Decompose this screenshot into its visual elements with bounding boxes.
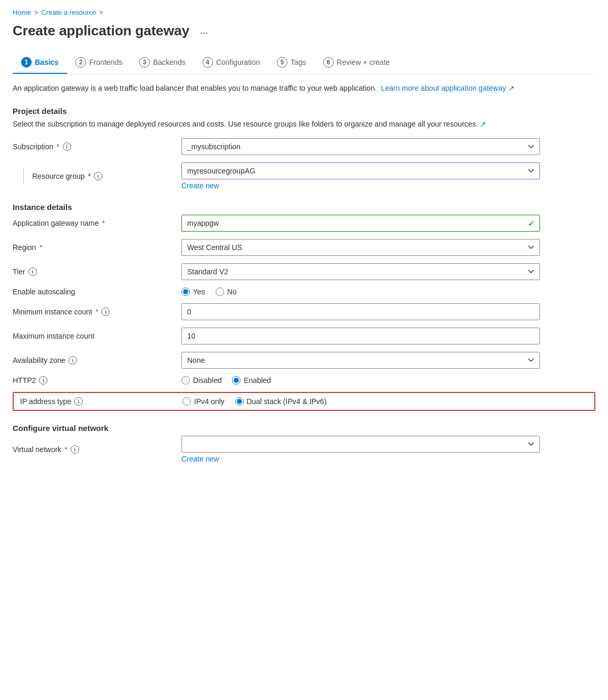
tab-tags[interactable]: 5 Tags [268, 52, 315, 74]
tab-basics-label: Basics [35, 58, 59, 66]
virtual-network-select[interactable] [181, 436, 540, 453]
min-instance-required: * [95, 308, 98, 316]
indent-line [23, 168, 24, 185]
availability-zone-info-icon[interactable]: i [69, 356, 77, 365]
virtual-network-required: * [64, 445, 67, 454]
min-instance-row: Minimum instance count * i [13, 303, 595, 320]
subscription-control: _mysubscription [181, 138, 540, 155]
virtual-network-control: Create new [181, 436, 540, 463]
autoscaling-row: Enable autoscaling Yes No [13, 287, 595, 296]
project-external-link[interactable]: ↗ [480, 120, 486, 128]
resource-group-info-icon[interactable]: i [94, 172, 102, 180]
http2-enabled-radio[interactable] [232, 376, 240, 385]
http2-disabled-radio[interactable] [181, 376, 190, 385]
breadcrumb-create-resource[interactable]: Create a resource [41, 8, 96, 16]
tab-backends-num: 3 [139, 57, 150, 68]
region-required: * [39, 243, 42, 252]
tier-select[interactable]: Standard V2 [181, 263, 540, 280]
tab-frontends-label: Frontends [89, 58, 122, 66]
availability-zone-row: Availability zone i None [13, 352, 595, 369]
tab-basics[interactable]: 1 Basics [13, 52, 67, 74]
availability-zone-select[interactable]: None [181, 352, 540, 369]
tab-review-label: Review + create [337, 58, 390, 66]
instance-details-section: Instance details Application gateway nam… [13, 203, 595, 411]
http2-disabled-option[interactable]: Disabled [181, 376, 221, 385]
autoscaling-no-option[interactable]: No [216, 287, 237, 296]
learn-more-link[interactable]: Learn more about application gateway ↗ [381, 84, 514, 92]
region-select[interactable]: West Central US [181, 239, 540, 256]
project-details-desc: Select the subscription to manage deploy… [13, 119, 595, 130]
app-gateway-name-required: * [102, 219, 104, 227]
app-gateway-name-input[interactable] [181, 215, 540, 232]
subscription-info-icon[interactable]: i [63, 142, 71, 151]
subscription-row: Subscription * i _mysubscription [13, 138, 595, 155]
app-gateway-name-label: Application gateway name * [13, 219, 181, 227]
autoscaling-yes-option[interactable]: Yes [181, 287, 205, 296]
max-instance-row: Maximum instance count [13, 328, 595, 344]
tab-review-num: 6 [323, 57, 334, 68]
tier-info-icon[interactable]: i [28, 267, 37, 276]
page-description: An application gateway is a web traffic … [13, 83, 595, 94]
ip-dual-stack-option[interactable]: Dual stack (IPv4 & IPv6) [235, 397, 327, 406]
max-instance-input[interactable] [181, 328, 540, 344]
page-title-row: Create application gateway ... [13, 23, 595, 39]
virtual-network-row: Virtual network * i Create new [13, 436, 595, 463]
tab-configuration-label: Configuration [216, 58, 260, 66]
ellipsis-button[interactable]: ... [196, 24, 212, 37]
virtual-network-section: Configure virtual network Virtual networ… [13, 424, 595, 463]
http2-row: HTTP2 i Disabled Enabled [13, 376, 595, 385]
breadcrumb-sep2: > [99, 8, 103, 16]
page-title: Create application gateway [13, 23, 189, 39]
breadcrumb-home[interactable]: Home [13, 8, 31, 16]
autoscaling-radio-group: Yes No [181, 287, 540, 296]
tier-label: Tier i [13, 267, 181, 276]
tab-configuration[interactable]: 4 Configuration [194, 52, 268, 74]
tab-frontends-num: 2 [75, 57, 86, 68]
tabs-container: 1 Basics 2 Frontends 3 Backends 4 Config… [13, 52, 595, 74]
ip-address-type-label: IP address type i [20, 397, 182, 406]
tab-backends[interactable]: 3 Backends [131, 52, 194, 74]
resource-group-row: Resource group * i myresourcegroupAG Cre… [13, 162, 595, 190]
region-control: West Central US [181, 239, 540, 256]
min-instance-input[interactable] [181, 303, 540, 320]
breadcrumb-sep1: > [34, 8, 38, 16]
ip-ipv4-only-option[interactable]: IPv4 only [182, 397, 225, 406]
resource-group-select[interactable]: myresourcegroupAG [181, 162, 540, 179]
ip-ipv4-radio[interactable] [182, 397, 191, 406]
instance-details-title: Instance details [13, 203, 595, 212]
autoscaling-no-radio[interactable] [216, 287, 224, 296]
tab-backends-label: Backends [153, 58, 185, 66]
resource-group-required: * [88, 172, 91, 180]
ip-dual-stack-radio[interactable] [235, 397, 244, 406]
project-details-section: Project details Select the subscription … [13, 107, 595, 190]
virtual-network-label: Virtual network * i [13, 445, 181, 454]
subscription-label: Subscription * i [13, 142, 181, 151]
tab-tags-num: 5 [277, 57, 287, 68]
region-label: Region * [13, 243, 181, 252]
subscription-required: * [56, 142, 59, 151]
resource-group-label-area: Resource group * i [13, 168, 181, 185]
ip-address-type-info-icon[interactable]: i [74, 397, 83, 406]
min-instance-info-icon[interactable]: i [101, 308, 110, 316]
tab-review-create[interactable]: 6 Review + create [315, 52, 399, 74]
resource-group-create-new[interactable]: Create new [181, 181, 219, 190]
autoscaling-yes-radio[interactable] [181, 287, 190, 296]
project-external-icon: ↗ [480, 120, 486, 128]
availability-zone-control: None [181, 352, 540, 369]
ip-address-type-radio-group: IPv4 only Dual stack (IPv4 & IPv6) [182, 397, 541, 406]
subscription-select[interactable]: _mysubscription [181, 138, 540, 155]
http2-enabled-option[interactable]: Enabled [232, 376, 271, 385]
autoscaling-label: Enable autoscaling [13, 287, 181, 296]
resource-group-control: myresourcegroupAG Create new [181, 162, 540, 190]
tab-configuration-num: 4 [202, 57, 213, 68]
http2-info-icon[interactable]: i [39, 376, 47, 385]
virtual-network-create-new[interactable]: Create new [181, 455, 219, 463]
tier-control: Standard V2 [181, 263, 540, 280]
min-instance-label: Minimum instance count * i [13, 308, 181, 316]
tab-frontends[interactable]: 2 Frontends [67, 52, 131, 74]
external-link-icon: ↗ [508, 84, 515, 92]
app-gateway-name-row: Application gateway name * ✓ [13, 215, 595, 232]
app-gateway-name-wrapper: ✓ [181, 215, 540, 232]
max-instance-label: Maximum instance count [13, 332, 181, 340]
virtual-network-info-icon[interactable]: i [71, 445, 79, 454]
